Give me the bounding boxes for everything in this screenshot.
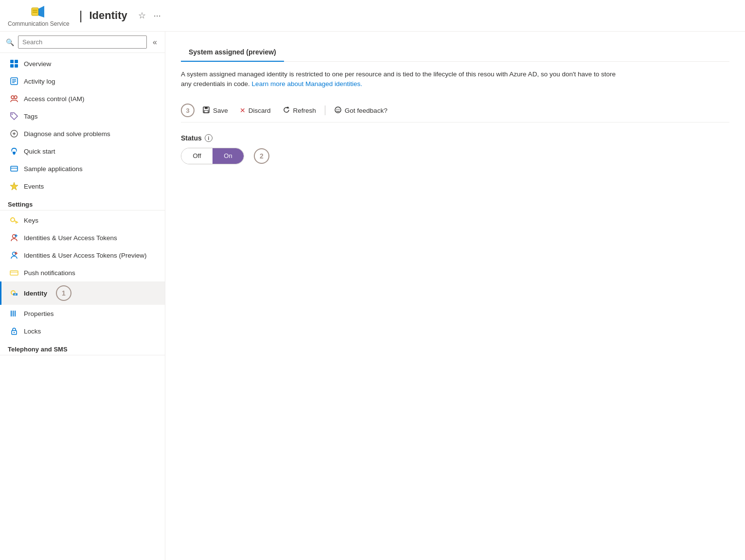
- svg-rect-19: [13, 154, 15, 155]
- sidebar-item-activity-log-label: Activity log: [24, 78, 55, 85]
- push-notifications-icon: [9, 268, 19, 278]
- identities-tokens-icon: [9, 233, 19, 243]
- svg-rect-5: [15, 60, 18, 63]
- sidebar-item-keys-label: Keys: [24, 217, 38, 224]
- properties-icon: [9, 309, 19, 318]
- settings-section-label: Settings: [0, 195, 165, 210]
- service-name-label: Communication Service: [8, 20, 70, 27]
- svg-rect-6: [10, 64, 14, 68]
- sidebar-item-events[interactable]: Events: [0, 177, 165, 195]
- sidebar-item-diagnose-label: Diagnose and solve problems: [24, 130, 110, 138]
- search-input[interactable]: [18, 35, 147, 49]
- save-button[interactable]: Save: [197, 103, 233, 118]
- toolbar: 3 Save ✕ Discard: [181, 99, 729, 122]
- svg-marker-1: [38, 6, 44, 18]
- save-badge-area: 3: [181, 104, 195, 117]
- tabs-bar: System assigned (preview): [181, 43, 729, 62]
- svg-point-25: [13, 235, 16, 238]
- sidebar-search-area: 🔍 «: [0, 32, 165, 53]
- svg-rect-43: [205, 107, 208, 109]
- sidebar-item-identities-tokens[interactable]: Identities & User Access Tokens: [0, 229, 165, 246]
- sidebar-item-quick-start[interactable]: Quick start: [0, 142, 165, 160]
- toggle-off-option[interactable]: Off: [181, 148, 213, 164]
- svg-rect-4: [10, 60, 14, 63]
- sidebar-item-sample-apps[interactable]: Sample applications: [0, 160, 165, 177]
- events-icon: [9, 181, 19, 191]
- sidebar-item-events-label: Events: [24, 183, 44, 190]
- badge-3: 3: [181, 104, 195, 117]
- sidebar-item-push-notifications[interactable]: Push notifications: [0, 264, 165, 281]
- tab-system-assigned[interactable]: System assigned (preview): [181, 43, 284, 62]
- svg-point-47: [337, 109, 337, 110]
- sidebar-item-locks-label: Locks: [24, 328, 41, 335]
- svg-point-12: [11, 96, 14, 99]
- sidebar-item-identity-label: Identity: [24, 290, 47, 297]
- communication-service-icon: [31, 4, 46, 19]
- main-content: System assigned (preview) A system assig…: [165, 32, 745, 560]
- content-inner: System assigned (preview) A system assig…: [165, 32, 745, 176]
- sidebar-item-properties[interactable]: Properties: [0, 305, 165, 322]
- svg-rect-37: [11, 311, 12, 316]
- sidebar-item-overview[interactable]: Overview: [0, 55, 165, 72]
- top-bar: Communication Service | Identity ☆ ···: [0, 0, 745, 32]
- diagnose-icon: [9, 129, 19, 139]
- service-logo: Communication Service: [8, 4, 70, 27]
- more-options-button[interactable]: ···: [152, 10, 163, 22]
- sidebar-item-activity-log[interactable]: Activity log: [0, 72, 165, 90]
- learn-more-link[interactable]: Learn more about Managed identities.: [252, 80, 362, 88]
- status-section: Status i Off On 2: [181, 134, 729, 164]
- badge-2: 2: [254, 148, 269, 164]
- quick-start-icon: [9, 146, 19, 156]
- feedback-button[interactable]: Got feedback?: [329, 103, 392, 118]
- identity-icon: [9, 288, 19, 298]
- sidebar-item-overview-label: Overview: [24, 60, 51, 68]
- svg-rect-3: [33, 12, 37, 13]
- locks-icon: [9, 326, 19, 336]
- telephony-section-label: Telephony and SMS: [0, 340, 165, 355]
- status-toggle[interactable]: Off On: [181, 148, 244, 164]
- sidebar-item-keys[interactable]: Keys: [0, 211, 165, 229]
- svg-point-14: [12, 114, 13, 115]
- badge-1: 1: [56, 285, 71, 301]
- collapse-button[interactable]: «: [151, 37, 159, 48]
- sidebar-item-access-control[interactable]: Access control (IAM): [0, 90, 165, 107]
- refresh-button[interactable]: Refresh: [278, 103, 321, 118]
- title-pipe: |: [79, 8, 83, 23]
- discard-icon: ✕: [240, 106, 246, 114]
- refresh-icon: [283, 106, 290, 115]
- status-info-icon[interactable]: i: [205, 134, 213, 142]
- sidebar-item-access-control-label: Access control (IAM): [24, 95, 85, 103]
- sidebar-item-quick-start-label: Quick start: [24, 148, 55, 155]
- toggle-on-option[interactable]: On: [213, 148, 244, 164]
- discard-button[interactable]: ✕ Discard: [235, 104, 276, 117]
- toggle-wrapper: Off On 2: [181, 148, 729, 164]
- page-title-area: | Identity ☆ ···: [79, 8, 163, 23]
- tags-icon: [9, 111, 19, 121]
- svg-point-28: [13, 252, 16, 256]
- svg-rect-20: [11, 166, 18, 171]
- sidebar-item-properties-label: Properties: [24, 310, 54, 317]
- favorite-button[interactable]: ☆: [136, 9, 148, 22]
- sidebar-item-tags[interactable]: Tags: [0, 107, 165, 125]
- svg-point-22: [11, 218, 15, 222]
- sidebar-item-identities-tokens-preview[interactable]: Identities & User Access Tokens (Preview…: [0, 246, 165, 264]
- svg-rect-7: [15, 64, 18, 68]
- sidebar-item-identities-tokens-preview-label: Identities & User Access Tokens (Preview…: [24, 252, 147, 259]
- svg-point-13: [14, 96, 17, 99]
- svg-point-46: [335, 107, 341, 113]
- access-control-icon: [9, 94, 19, 104]
- keys-icon: [9, 215, 19, 225]
- sidebar-item-identity[interactable]: Identity 1: [0, 281, 165, 305]
- sidebar-item-sample-apps-label: Sample applications: [24, 165, 83, 173]
- svg-rect-31: [10, 271, 18, 275]
- sidebar-item-identities-tokens-label: Identities & User Access Tokens: [24, 234, 117, 242]
- sidebar-nav: Overview Activity log Access con: [0, 53, 165, 560]
- svg-point-48: [338, 109, 339, 110]
- overview-icon: [9, 59, 19, 69]
- feedback-icon: [334, 106, 342, 115]
- sidebar-item-diagnose[interactable]: Diagnose and solve problems: [0, 125, 165, 142]
- sidebar-item-locks[interactable]: Locks: [0, 322, 165, 340]
- svg-rect-38: [13, 311, 14, 316]
- sidebar-item-push-notifications-label: Push notifications: [24, 269, 75, 277]
- sample-apps-icon: [9, 164, 19, 174]
